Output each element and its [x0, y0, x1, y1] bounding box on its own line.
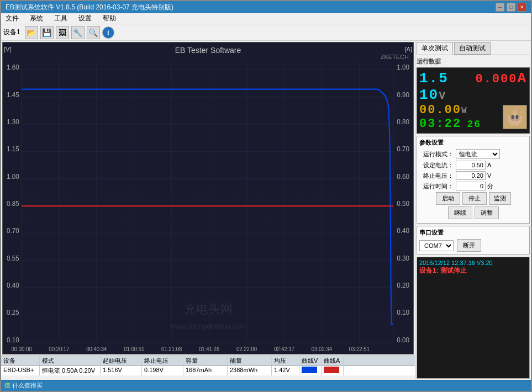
svg-text:0.10: 0.10: [397, 309, 409, 317]
mode-label: 运行模式：: [419, 150, 454, 158]
continue-button[interactable]: 继续: [448, 206, 472, 219]
menu-settings[interactable]: 设置: [76, 14, 94, 23]
svg-text:0.80: 0.80: [397, 118, 409, 126]
mode-row: 运行模式： 恒电流 恒电压 恒功率 恒阻抗: [419, 149, 527, 159]
maximize-button[interactable]: □: [507, 3, 515, 12]
content-area: EB Tester Software ZKETECH [V] [A] 充电头网w…: [1, 41, 531, 380]
svg-text:1.45: 1.45: [7, 91, 19, 99]
volt-cyan2: 10: [419, 87, 439, 103]
cell-vend: 0.198V: [142, 366, 183, 375]
tab-bar: 单次测试 自动测试: [417, 42, 530, 55]
minimize-button[interactable]: ─: [496, 3, 504, 12]
svg-point-70: [515, 115, 519, 119]
cell-energy: 2388mWh: [228, 366, 272, 375]
svg-text:1.00: 1.00: [397, 63, 409, 72]
cat-image: [503, 105, 527, 129]
btn-row-1: 启动 停止 监测: [419, 192, 527, 205]
header-vend: 终止电压: [142, 356, 183, 365]
svg-text:0.70: 0.70: [7, 227, 19, 235]
search-icon[interactable]: 🔍: [87, 26, 100, 39]
close-button[interactable]: ✕: [518, 3, 526, 12]
start-button[interactable]: 启动: [436, 192, 460, 205]
status-line2: 设备1: 测试停止: [419, 266, 527, 276]
header-avgv: 均压: [272, 356, 299, 365]
svg-text:0.10: 0.10: [7, 336, 19, 344]
run-data-label: 运行数据: [417, 57, 530, 66]
bottom-text: 值 什么值得买: [4, 382, 43, 390]
disconnect-button[interactable]: 断开: [457, 239, 481, 252]
params-title: 参数设置: [419, 139, 527, 147]
com-row: COM7 COM1 COM2 断开: [419, 239, 527, 252]
current-label: 设定电流：: [419, 161, 454, 169]
app-window: EB测试系统软件 V1.8.5 (Build 2016-03-07 充电头特别版…: [0, 0, 532, 392]
voltage-input[interactable]: [456, 171, 486, 180]
svg-text:0.40: 0.40: [7, 282, 19, 290]
time-input[interactable]: [456, 182, 486, 190]
curve-v-color[interactable]: [302, 367, 317, 373]
header-energy: 能量: [228, 356, 272, 365]
chart-title: EB Tester Software: [175, 46, 241, 55]
header-device: 设备: [1, 356, 40, 365]
current-input[interactable]: [456, 161, 486, 169]
menu-help[interactable]: 帮助: [101, 14, 118, 23]
svg-text:0.40: 0.40: [397, 227, 409, 235]
device-label: 设备1: [3, 28, 20, 37]
svg-text:1.60: 1.60: [7, 63, 19, 72]
tab-single[interactable]: 单次测试: [417, 42, 453, 55]
svg-text:00:40:34: 00:40:34: [86, 346, 107, 353]
time-row: 运行时间： 分: [419, 182, 527, 190]
svg-text:1.15: 1.15: [7, 145, 19, 153]
current-unit: A: [487, 162, 494, 168]
tab-auto[interactable]: 自动测试: [454, 42, 491, 55]
adjust-button[interactable]: 调整: [475, 206, 499, 219]
svg-text:02:22:00: 02:22:00: [236, 346, 257, 353]
com-label: 串口设置: [419, 229, 527, 237]
stop-button[interactable]: 停止: [462, 192, 487, 205]
watermark: 充电头网www.chongdiontou.com: [170, 301, 246, 332]
com-box: 串口设置 COM7 COM1 COM2 断开: [417, 226, 530, 255]
cell-avgv: 1.42V: [272, 366, 299, 375]
mode-select[interactable]: 恒电流 恒电压 恒功率 恒阻抗: [456, 149, 500, 159]
svg-text:0.30: 0.30: [397, 254, 409, 262]
header-curveA: 曲线A: [322, 356, 344, 365]
svg-text:0.20: 0.20: [397, 282, 409, 290]
right-panel: 单次测试 自动测试 运行数据 1.5 10V 0.000A 00.00W 03:…: [415, 41, 531, 380]
chart-y-right-label: [A]: [405, 46, 412, 52]
cell-curveV[interactable]: [299, 366, 322, 375]
header-vstart: 起始电压: [101, 356, 142, 365]
curve-a-color[interactable]: [324, 367, 339, 373]
svg-text:01:41:26: 01:41:26: [199, 346, 220, 353]
open-icon[interactable]: 📂: [25, 26, 38, 39]
table-row: EBD-USB+ 恒电流 0.50A 0.20V 1.516V 0.198V 1…: [1, 366, 415, 375]
svg-text:02:42:17: 02:42:17: [274, 346, 295, 353]
header-curveV: 曲线V: [299, 356, 322, 365]
svg-text:00:00:00: 00:00:00: [11, 346, 32, 353]
menu-bar: 文件 系统 工具 设置 帮助: [1, 13, 531, 24]
menu-tools[interactable]: 工具: [52, 14, 70, 23]
monitor-button[interactable]: 监测: [489, 192, 511, 205]
info-icon[interactable]: i: [102, 27, 114, 39]
svg-text:0.60: 0.60: [397, 172, 409, 181]
watt-time-row: 00.00W 03:22 26: [419, 103, 527, 131]
cell-curveA[interactable]: [322, 366, 344, 375]
settings-icon[interactable]: 🔧: [71, 26, 85, 39]
watt-display: 00.00W: [419, 103, 501, 117]
menu-system[interactable]: 系统: [28, 14, 45, 23]
title-bar: EB测试系统软件 V1.8.5 (Build 2016-03-07 充电头特别版…: [1, 1, 531, 13]
cell-vstart: 1.516V: [101, 366, 142, 375]
bottom-bar: 值 什么值得买: [1, 380, 531, 391]
svg-text:0.90: 0.90: [397, 91, 409, 99]
voltage-current-row: 1.5 10V 0.000A: [419, 70, 527, 103]
svg-text:0.25: 0.25: [7, 309, 19, 317]
com-select[interactable]: COM7 COM1 COM2: [419, 240, 454, 251]
voltage-label: 终止电压：: [419, 172, 454, 180]
volt-cyan: 1.5: [419, 70, 449, 87]
save-icon[interactable]: 💾: [40, 26, 54, 39]
svg-text:0.70: 0.70: [397, 145, 409, 153]
svg-text:03:22:51: 03:22:51: [349, 346, 370, 353]
image-icon[interactable]: 🖼: [56, 26, 69, 39]
chart-brand: ZKETECH: [381, 54, 409, 60]
toolbar: 设备1 📂 💾 🖼 🔧 🔍 i: [1, 24, 531, 41]
menu-file[interactable]: 文件: [3, 14, 21, 23]
status-line1: 2016/12/12 12:37:16 V3.20: [419, 259, 527, 266]
